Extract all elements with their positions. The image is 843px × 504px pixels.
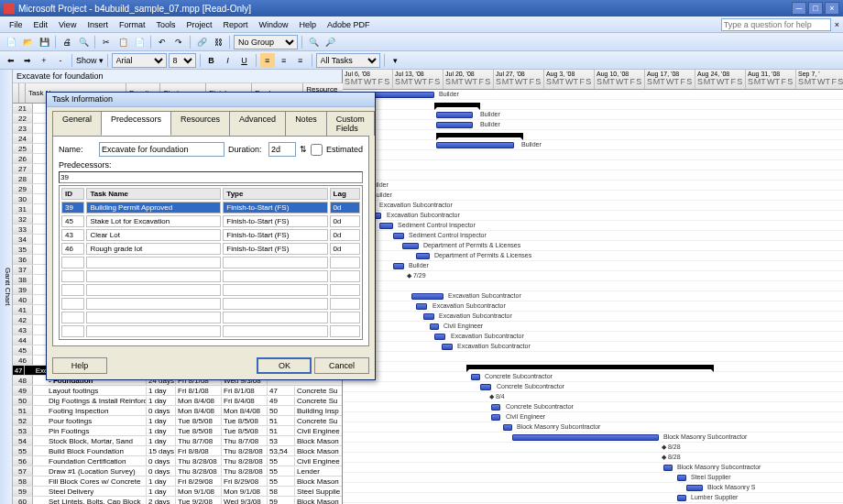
gantt-bar[interactable] bbox=[416, 303, 427, 310]
table-row[interactable]: 54Stock Block, Mortar, Sand1 dayThu 8/7/… bbox=[13, 436, 342, 446]
duration-input[interactable] bbox=[268, 142, 296, 157]
gantt-bar[interactable] bbox=[402, 243, 419, 249]
gantt-bar[interactable] bbox=[491, 404, 500, 411]
gantt-bar[interactable] bbox=[436, 112, 473, 118]
minimize-button[interactable]: ─ bbox=[792, 2, 806, 15]
align-center-icon[interactable]: ≡ bbox=[277, 53, 291, 68]
gantt-bar[interactable] bbox=[411, 293, 443, 300]
timescale-col[interactable]: Sep 7, 'SMTWTFS bbox=[796, 70, 843, 89]
pred-col-lag[interactable]: Lag bbox=[330, 188, 360, 200]
align-left-icon[interactable]: ≡ bbox=[260, 53, 275, 68]
menu-format[interactable]: Format bbox=[114, 18, 151, 31]
gantt-bar[interactable] bbox=[471, 374, 480, 380]
pred-row[interactable]: 45Stake Lot for ExcavationFinish-to-Star… bbox=[61, 215, 360, 227]
pred-col-id[interactable]: ID bbox=[61, 188, 84, 200]
gantt-bar[interactable] bbox=[677, 475, 686, 481]
pred-row-empty[interactable] bbox=[61, 312, 360, 323]
menu-window[interactable]: Window bbox=[253, 18, 293, 31]
menu-project[interactable]: Project bbox=[181, 18, 217, 31]
pred-row[interactable]: 43Clear LotFinish-to-Start (FS)0d bbox=[61, 229, 360, 241]
gantt-bar[interactable] bbox=[480, 384, 491, 390]
paste-icon[interactable]: 📄 bbox=[132, 35, 147, 49]
col-rownum[interactable] bbox=[13, 83, 19, 103]
gantt-bar[interactable] bbox=[393, 233, 404, 239]
outdent-icon[interactable]: ⬅ bbox=[4, 53, 18, 68]
unlink-icon[interactable]: ⛓ bbox=[211, 35, 225, 49]
ok-button[interactable]: OK bbox=[257, 357, 312, 374]
task-name-input[interactable] bbox=[99, 142, 224, 157]
zoom-out-icon[interactable]: 🔎 bbox=[323, 35, 337, 49]
close-button[interactable]: × bbox=[825, 2, 839, 15]
filter-select[interactable]: All Tasks bbox=[316, 53, 380, 68]
gantt-bar[interactable] bbox=[434, 103, 480, 107]
table-row[interactable]: 51Footing Inspection0 daysMon 8/4/08Mon … bbox=[13, 406, 342, 416]
table-row[interactable]: 58Fill Block Cores w/ Concrete1 dayFri 8… bbox=[13, 477, 342, 487]
table-row[interactable]: 56Foundation Certification0 daysThu 8/28… bbox=[13, 456, 342, 466]
gantt-bar[interactable] bbox=[434, 334, 445, 340]
doc-close-button[interactable]: × bbox=[835, 20, 839, 29]
gantt-bar[interactable] bbox=[677, 495, 686, 501]
collapse-icon[interactable]: - bbox=[53, 53, 68, 68]
gantt-bar[interactable] bbox=[416, 253, 430, 259]
expand-icon[interactable]: + bbox=[37, 53, 51, 68]
timescale-col[interactable]: Aug 24, '08SMTWTFS bbox=[695, 70, 746, 89]
timescale-col[interactable]: Aug 3, '08SMTWTFS bbox=[544, 70, 595, 89]
gantt-bar[interactable] bbox=[663, 465, 673, 471]
align-right-icon[interactable]: ≡ bbox=[293, 53, 308, 68]
tab-predecessors[interactable]: Predecessors bbox=[101, 111, 171, 136]
gantt-bar[interactable] bbox=[423, 313, 434, 320]
tab-custom-fields[interactable]: Custom Fields bbox=[326, 111, 375, 136]
gantt-bar[interactable] bbox=[442, 344, 453, 350]
menu-insert[interactable]: Insert bbox=[82, 18, 114, 31]
pred-col-type[interactable]: Type bbox=[223, 188, 327, 200]
pred-row[interactable]: 39Building Permit ApprovedFinish-to-Star… bbox=[61, 202, 360, 214]
open-icon[interactable]: 📂 bbox=[20, 35, 35, 49]
gantt-bar[interactable] bbox=[430, 323, 439, 330]
table-row[interactable]: 52Pour footings1 dayTue 8/5/08Tue 8/5/08… bbox=[13, 416, 342, 426]
help-button[interactable]: Help bbox=[52, 357, 107, 374]
pred-row-empty[interactable] bbox=[61, 257, 360, 268]
undo-icon[interactable]: ↶ bbox=[155, 35, 170, 49]
table-row[interactable]: 57Draw #1 (Location Survey)0 daysThu 8/2… bbox=[13, 466, 342, 477]
font-select[interactable]: Arial bbox=[112, 53, 167, 68]
timescale-col[interactable]: Jul 6, '08SMTWTFS bbox=[343, 70, 393, 89]
print-icon[interactable]: 🖨 bbox=[60, 35, 74, 49]
bold-icon[interactable]: B bbox=[204, 53, 219, 68]
redo-icon[interactable]: ↷ bbox=[171, 35, 186, 49]
gantt-bar[interactable] bbox=[393, 263, 404, 269]
gantt-bar[interactable] bbox=[436, 142, 514, 148]
menu-tools[interactable]: Tools bbox=[150, 18, 181, 31]
maximize-button[interactable]: □ bbox=[808, 2, 823, 15]
timescale-col[interactable]: Aug 10, '08SMTWTFS bbox=[595, 70, 645, 89]
italic-icon[interactable]: I bbox=[221, 53, 235, 68]
view-bar[interactable]: Gantt Chart bbox=[0, 70, 13, 504]
table-row[interactable]: 59Steel Delivery1 dayMon 9/1/08Mon 9/1/0… bbox=[13, 487, 342, 497]
gantt-bars[interactable]: BuilderBuilderBuilderBuilderEngineerBuil… bbox=[343, 90, 843, 504]
pred-row-empty[interactable] bbox=[61, 325, 360, 337]
table-row[interactable]: 60Set Lintels, Bolts, Cap Block2 daysTue… bbox=[13, 497, 342, 504]
gantt-bar[interactable] bbox=[436, 133, 523, 137]
gantt-bar[interactable] bbox=[491, 414, 500, 421]
cut-icon[interactable]: ✂ bbox=[99, 35, 114, 49]
menu-adobe-pdf[interactable]: Adobe PDF bbox=[322, 18, 376, 31]
pred-row[interactable]: 46Rough grade lotFinish-to-Start (FS)0d bbox=[61, 243, 360, 255]
help-search-input[interactable] bbox=[721, 18, 831, 31]
timescale-col[interactable]: Jul 13, '08SMTWTFS bbox=[393, 70, 443, 89]
tab-general[interactable]: General bbox=[52, 111, 102, 136]
link-icon[interactable]: 🔗 bbox=[194, 35, 209, 49]
timescale-col[interactable]: Aug 17, '08SMTWTFS bbox=[645, 70, 695, 89]
gantt-bar[interactable] bbox=[436, 122, 473, 128]
save-icon[interactable]: 💾 bbox=[37, 35, 51, 49]
duration-spinner[interactable]: ⇅ bbox=[300, 145, 307, 154]
preview-icon[interactable]: 🔍 bbox=[76, 35, 91, 49]
zoom-in-icon[interactable]: 🔍 bbox=[306, 35, 321, 49]
copy-icon[interactable]: 📋 bbox=[115, 35, 130, 49]
gantt-bar[interactable] bbox=[686, 485, 703, 491]
tab-resources[interactable]: Resources bbox=[170, 111, 230, 136]
menu-file[interactable]: File bbox=[4, 18, 28, 31]
menu-report[interactable]: Report bbox=[217, 18, 253, 31]
col-indicator[interactable] bbox=[19, 83, 26, 103]
estimated-checkbox[interactable] bbox=[311, 144, 323, 156]
table-row[interactable]: 49Layout footings1 dayFri 8/1/08Fri 8/1/… bbox=[13, 386, 342, 396]
new-icon[interactable]: 📄 bbox=[4, 35, 18, 49]
